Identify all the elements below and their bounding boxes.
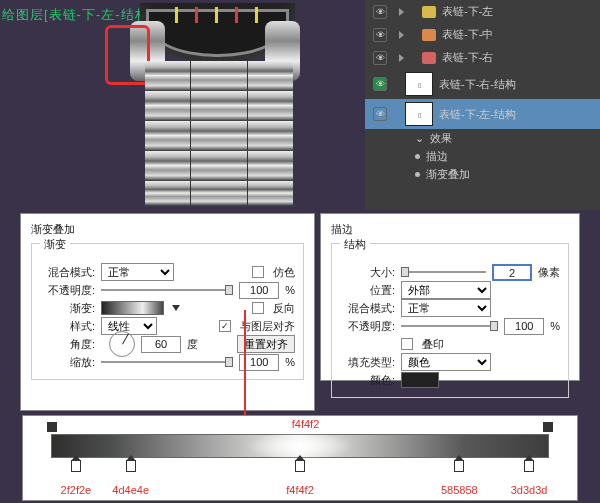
color-stop[interactable] xyxy=(126,460,136,472)
fx-item[interactable]: 渐变叠加 xyxy=(365,165,600,183)
gradient-preview[interactable] xyxy=(101,301,164,315)
opacity-stop[interactable] xyxy=(543,422,553,432)
angle-dial[interactable] xyxy=(109,331,135,357)
layer-row-selected[interactable]: 👁▯表链-下-左-结构 xyxy=(365,99,600,129)
highlight-box xyxy=(105,25,150,85)
layer-thumb: ▯ xyxy=(405,102,433,126)
opacity-stop[interactable] xyxy=(47,422,57,432)
color-stop[interactable] xyxy=(454,460,464,472)
position-select[interactable]: 外部 xyxy=(401,281,491,299)
opacity-value[interactable]: 100 xyxy=(504,318,544,335)
opacity-value[interactable]: 100 xyxy=(239,282,279,299)
overprint-checkbox[interactable] xyxy=(401,338,413,350)
layer-row[interactable]: 👁表链-下-右 xyxy=(365,46,600,69)
size-label: 大小: xyxy=(340,265,395,280)
position-label: 位置: xyxy=(340,283,395,298)
stop-color-label: 585858 xyxy=(441,484,478,496)
filltype-label: 填充类型: xyxy=(340,355,395,370)
fx-item[interactable]: 描边 xyxy=(365,147,600,165)
dither-checkbox[interactable] xyxy=(252,266,264,278)
filltype-select[interactable]: 颜色 xyxy=(401,353,491,371)
stop-color-label: 3d3d3d xyxy=(511,484,548,496)
stop-color-label: 2f2f2e xyxy=(61,484,92,496)
size-slider[interactable] xyxy=(401,266,486,278)
stop-color-label: f4f4f2 xyxy=(292,418,320,430)
blendmode-label: 混合模式: xyxy=(40,265,95,280)
style-label: 样式: xyxy=(40,319,95,334)
gradient-label: 渐变: xyxy=(40,301,95,316)
scale-label: 缩放: xyxy=(40,355,95,370)
stop-color-label: 4d4e4e xyxy=(112,484,149,496)
opacity-label: 不透明度: xyxy=(340,319,395,334)
watch-image xyxy=(105,3,305,203)
layers-panel: 👁表链-下-左 👁表链-下-中 👁表链-下-右 👁▯表链-下-右-结构 👁▯表链… xyxy=(365,0,600,210)
visibility-icon[interactable]: 👁 xyxy=(373,51,387,65)
gradient-overlay-panel: 渐变叠加 渐变 混合模式: 正常 仿色 不透明度: 100 % 渐变: 反向 样… xyxy=(20,213,315,411)
folder-icon xyxy=(422,52,436,64)
color-swatch[interactable] xyxy=(401,372,439,388)
opacity-label: 不透明度: xyxy=(40,283,95,298)
layer-label: 表链-下-左 xyxy=(442,4,493,19)
folder-icon xyxy=(422,6,436,18)
layer-row[interactable]: 👁表链-下-左 xyxy=(365,0,600,23)
section-label: 结构 xyxy=(340,237,370,252)
visibility-icon[interactable]: 👁 xyxy=(373,107,387,121)
folder-icon xyxy=(422,29,436,41)
color-stop[interactable] xyxy=(71,460,81,472)
opacity-slider[interactable] xyxy=(101,284,233,296)
blendmode-select[interactable]: 正常 xyxy=(401,299,491,317)
reverse-checkbox[interactable] xyxy=(252,302,264,314)
color-stop[interactable] xyxy=(524,460,534,472)
blendmode-select[interactable]: 正常 xyxy=(101,263,174,281)
fx-header[interactable]: ⌄效果 xyxy=(365,129,600,147)
gradient-editor: f4f4f2 2f2f2e4d4e4ef4f4f25858583d3d3d xyxy=(22,415,578,501)
color-label: 颜色: xyxy=(340,373,395,388)
layer-label: 表链-下-右-结构 xyxy=(439,77,516,92)
layer-label: 表链-下-中 xyxy=(442,27,493,42)
color-stop[interactable] xyxy=(295,460,305,472)
dropdown-icon[interactable] xyxy=(172,305,180,311)
layer-row[interactable]: 👁▯表链-下-右-结构 xyxy=(365,69,600,99)
stroke-panel: 描边 结构 大小: 2 像素 位置: 外部 混合模式: 正常 不透明度: 100… xyxy=(320,213,580,381)
angle-label: 角度: xyxy=(40,337,95,352)
align-checkbox[interactable]: ✓ xyxy=(219,320,231,332)
blendmode-label: 混合模式: xyxy=(340,301,395,316)
scale-slider[interactable] xyxy=(101,356,233,368)
angle-value[interactable]: 60 xyxy=(141,336,181,353)
size-value[interactable]: 2 xyxy=(492,264,532,281)
section-label: 渐变 xyxy=(40,237,70,252)
visibility-icon[interactable]: 👁 xyxy=(373,77,387,91)
panel-title: 渐变叠加 xyxy=(31,222,304,241)
opacity-slider[interactable] xyxy=(401,320,498,332)
layer-thumb: ▯ xyxy=(405,72,433,96)
stop-color-label: f4f4f2 xyxy=(286,484,314,496)
layer-row[interactable]: 👁表链-下-中 xyxy=(365,23,600,46)
arrow-annotation xyxy=(244,310,246,418)
visibility-icon[interactable]: 👁 xyxy=(373,5,387,19)
layer-label: 表链-下-右 xyxy=(442,50,493,65)
layer-label: 表链-下-左-结构 xyxy=(439,107,516,122)
visibility-icon[interactable]: 👁 xyxy=(373,28,387,42)
